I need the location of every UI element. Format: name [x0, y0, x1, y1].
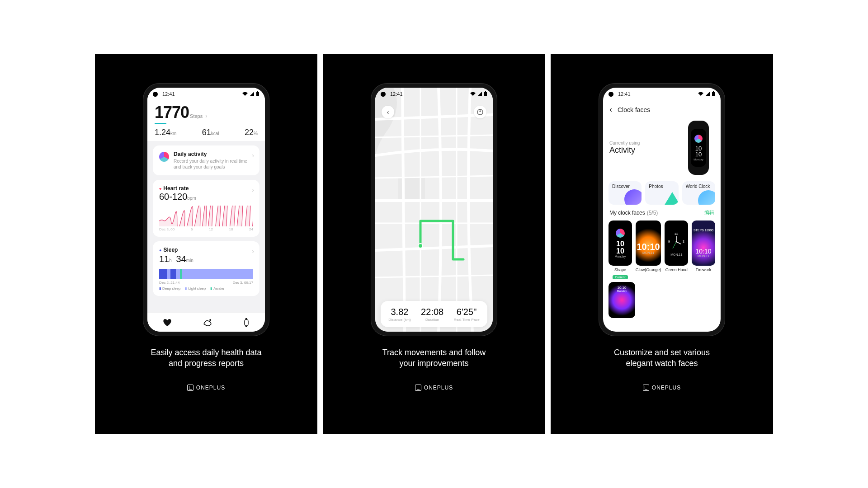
- battery-icon: [712, 91, 715, 97]
- face-extra[interactable]: 10:10 Monday: [609, 282, 635, 318]
- chevron-right-icon: ›: [252, 186, 254, 193]
- calories-value: 61: [202, 128, 211, 137]
- camera-cutout-icon: [381, 92, 386, 97]
- camera-cutout-icon: [153, 92, 158, 97]
- status-time: 12:41: [618, 91, 631, 97]
- activity-ring-icon: [694, 135, 703, 143]
- phone-mockup: 12:41 ‹ 3.82 Distance (km): [371, 83, 497, 336]
- map-canvas[interactable]: [375, 88, 493, 332]
- sleep-hours: 11: [159, 254, 169, 264]
- panel-caption: Customize and set various elegant watch …: [563, 347, 760, 369]
- panel-caption: Track movements and follow your improvem…: [335, 347, 533, 369]
- svg-rect-0: [256, 92, 259, 96]
- hr-range: 60-120: [159, 192, 187, 202]
- svg-rect-13: [713, 91, 714, 92]
- brand-logo: ONEPLUS: [335, 385, 533, 391]
- svg-rect-1: [257, 91, 258, 92]
- hr-title: Heart rate: [159, 185, 253, 192]
- panel-map: 12:41 ‹ 3.82 Distance (km): [323, 54, 545, 434]
- nav-workout-icon[interactable]: [203, 319, 212, 327]
- wifi-icon: [698, 92, 703, 96]
- current-badge: Current: [613, 275, 627, 279]
- steps-value: 1770: [155, 103, 189, 122]
- daily-sub: Record your daily activity in real time …: [174, 158, 253, 170]
- edit-button[interactable]: 编辑: [704, 209, 714, 216]
- run-duration: 22:08: [421, 307, 443, 317]
- face-firework[interactable]: STEPS 18990 10:10 MON.11 Firework: [692, 221, 715, 280]
- distance-value: 1.24: [155, 128, 170, 137]
- wifi-icon: [242, 92, 248, 96]
- chevron-right-icon: ›: [252, 248, 254, 255]
- run-pace: 6'25'': [454, 307, 480, 317]
- phone-mockup: 12:41 ‹ Clock faces Currently using Acti…: [599, 83, 725, 336]
- svg-text:9: 9: [668, 240, 670, 243]
- brand-logo: ONEPLUS: [563, 385, 760, 391]
- oneplus-logo-icon: [187, 385, 193, 391]
- panel-caption: Easily access daily health data and prog…: [108, 347, 305, 369]
- compass-icon: [477, 109, 483, 115]
- status-time: 12:41: [162, 91, 175, 97]
- svg-line-18: [676, 242, 681, 244]
- sleep-chart: [159, 269, 253, 279]
- phone-mockup: 12:41 1770Steps› 1.24km 61kcal: [143, 83, 269, 336]
- run-stats-card[interactable]: 3.82 Distance (km) 22:08 Duration 6'25''…: [381, 301, 487, 327]
- daily-title: Daily activity: [174, 151, 253, 157]
- svg-rect-4: [245, 326, 247, 327]
- svg-text:12: 12: [675, 232, 679, 236]
- back-button[interactable]: ‹: [382, 106, 394, 118]
- nav-device-icon[interactable]: [243, 318, 250, 327]
- activity-ring-icon: [159, 152, 169, 162]
- chevron-right-icon: ›: [252, 152, 254, 159]
- status-bar: 12:41: [603, 88, 721, 100]
- nav-health-icon[interactable]: [163, 319, 172, 327]
- analog-clock-icon: 12 3 9: [667, 230, 685, 253]
- svg-point-20: [676, 241, 677, 242]
- tab-world-clock[interactable]: World Clock: [682, 181, 715, 205]
- svg-rect-5: [375, 88, 493, 332]
- tab-discover[interactable]: Discover: [609, 181, 642, 205]
- heart-rate-chart: [159, 206, 253, 226]
- chevron-right-icon[interactable]: ›: [205, 113, 207, 119]
- activity-value: 22: [245, 128, 254, 137]
- svg-text:3: 3: [683, 240, 684, 243]
- back-button[interactable]: ‹: [609, 105, 612, 114]
- activity-ring-icon: [616, 229, 625, 238]
- tab-photos[interactable]: Photos: [645, 181, 678, 205]
- face-green-hand[interactable]: 12 3 9 MON.11 Green Hand: [665, 221, 688, 280]
- panel-health: 12:41 1770Steps› 1.24km 61kcal: [95, 54, 317, 434]
- sleep-title: Sleep: [159, 247, 253, 253]
- svg-rect-9: [484, 92, 487, 96]
- svg-rect-2: [245, 319, 248, 326]
- signal-icon: [250, 92, 254, 96]
- brand-logo: ONEPLUS: [108, 385, 305, 391]
- face-glow-orange[interactable]: 10:10 MON.11 Glow(Orange): [636, 221, 661, 280]
- current-face-name: Activity: [609, 145, 640, 155]
- bottom-nav: [147, 313, 265, 332]
- current-label: Currently using: [609, 141, 640, 145]
- panel-clockfaces: 12:41 ‹ Clock faces Currently using Acti…: [551, 54, 773, 434]
- locate-button[interactable]: [474, 106, 486, 118]
- sleep-mins: 34: [176, 254, 186, 264]
- svg-point-8: [419, 244, 422, 248]
- battery-icon: [256, 91, 259, 97]
- card-daily-activity[interactable]: Daily activity Record your daily activit…: [153, 145, 259, 175]
- steps-progress-bar: [155, 123, 166, 124]
- svg-rect-10: [485, 91, 486, 92]
- card-heart-rate[interactable]: › Heart rate 60-120bpm Dec 3, 00 6: [153, 180, 259, 237]
- svg-line-19: [673, 242, 676, 249]
- card-sleep[interactable]: › Sleep 11h 34min: [153, 241, 259, 296]
- face-shape[interactable]: 10 10 Monday Shape Current: [609, 221, 632, 280]
- oneplus-logo-icon: [643, 385, 649, 391]
- svg-rect-12: [712, 92, 715, 96]
- run-distance: 3.82: [388, 307, 410, 317]
- svg-rect-3: [245, 318, 247, 319]
- steps-unit: Steps: [190, 113, 203, 119]
- status-bar: 12:41: [147, 88, 265, 100]
- signal-icon: [477, 92, 482, 96]
- oneplus-logo-icon: [415, 385, 421, 391]
- status-time: 12:41: [390, 91, 403, 97]
- signal-icon: [705, 92, 710, 96]
- wifi-icon: [470, 92, 476, 96]
- battery-icon: [484, 91, 487, 97]
- page-title: Clock faces: [618, 106, 650, 113]
